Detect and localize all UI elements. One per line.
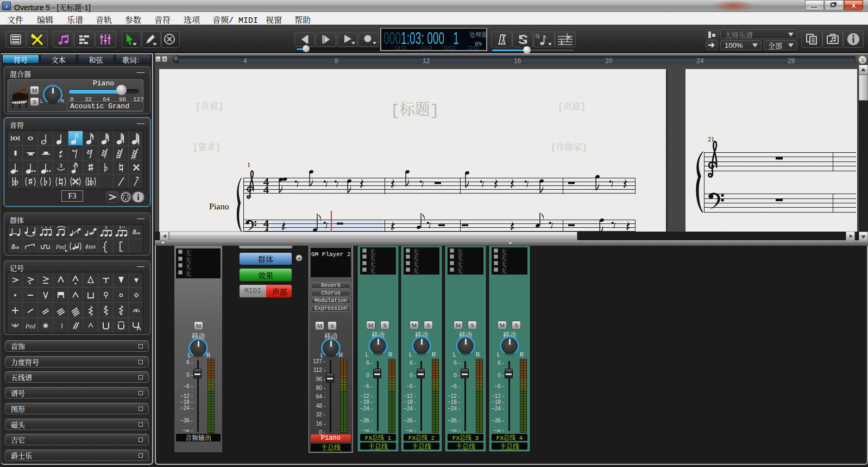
svg-text:Piano: Piano (209, 202, 229, 211)
svg-text:Ped: Ped (55, 243, 66, 251)
svg-text:Ped: Ped (24, 322, 36, 330)
svg-text:8va: 8va (132, 228, 140, 236)
svg-text:1: 1 (247, 161, 250, 169)
svg-text:21: 21 (708, 135, 714, 143)
svg-text:3: 3 (119, 225, 121, 230)
svg-text:3: 3 (59, 163, 62, 169)
svg-text:3: 3 (105, 225, 107, 230)
svg-text:8vb: 8vb (11, 242, 18, 251)
svg-text:Q: Q (536, 33, 540, 39)
